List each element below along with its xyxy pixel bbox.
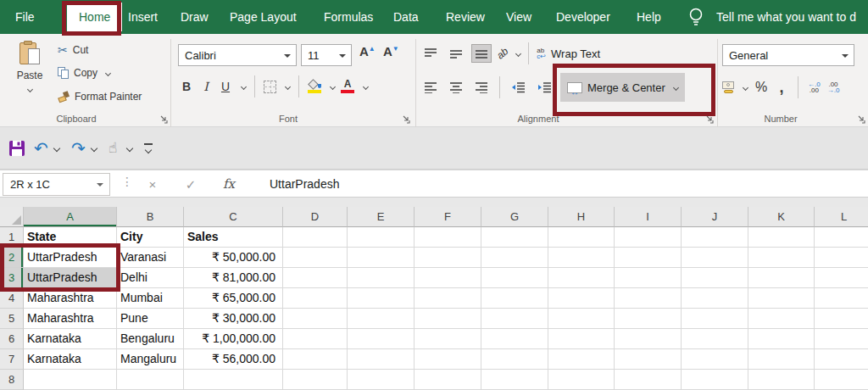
font-size-dropdown[interactable] (339, 54, 346, 58)
cell-I6[interactable] (615, 329, 682, 349)
column-header-F[interactable]: F (415, 207, 481, 227)
customize-qat-button[interactable] (144, 127, 153, 169)
top-align-button[interactable] (420, 44, 441, 63)
font-color-dropdown[interactable] (363, 83, 369, 89)
cell-A7[interactable]: Karnataka (24, 349, 117, 370)
cell-K6[interactable] (748, 329, 815, 349)
borders-icon[interactable] (264, 81, 276, 93)
column-header-A[interactable]: A (24, 207, 117, 227)
cell-C4[interactable]: ₹ 65,000.00 (184, 288, 283, 309)
increase-decimal-button[interactable]: ←.0.00 (808, 81, 821, 93)
column-header-K[interactable]: K (748, 207, 815, 227)
row-header-2[interactable]: 2 (0, 248, 24, 268)
cell-C1[interactable]: Sales (184, 227, 283, 248)
cell-C2[interactable]: ₹ 50,000.00 (184, 248, 283, 268)
paste-button[interactable]: Paste (8, 41, 51, 114)
tell-me-box[interactable]: Tell me what you want to d (716, 0, 856, 34)
name-box[interactable]: 2R x 1C (3, 173, 110, 196)
align-right-button[interactable] (471, 78, 492, 97)
column-header-J[interactable]: J (682, 207, 748, 227)
italic-button[interactable]: I (199, 80, 213, 93)
cell-C6[interactable]: ₹ 1,00,000.00 (184, 329, 283, 349)
cell-I3[interactable] (615, 268, 682, 288)
cell-E8[interactable] (348, 370, 415, 390)
redo-dropdown[interactable] (92, 127, 97, 169)
cell-I2[interactable] (615, 248, 682, 268)
tab-help[interactable]: Help (633, 0, 665, 34)
row-header-7[interactable]: 7 (0, 349, 24, 370)
orientation-button[interactable]: ab (494, 45, 510, 61)
cell-B4[interactable]: Mumbai (117, 288, 184, 309)
cell-G1[interactable] (481, 227, 548, 248)
cell-I1[interactable] (615, 227, 682, 248)
cell-A1[interactable]: State (24, 227, 117, 248)
tab-home[interactable]: Home (67, 3, 122, 31)
cell-B5[interactable]: Pune (117, 309, 184, 329)
font-dialog-launcher-icon[interactable] (402, 115, 410, 124)
cut-button[interactable]: ✂ Cut (58, 41, 88, 59)
underline-dropdown[interactable] (241, 83, 247, 89)
cell-J1[interactable] (682, 227, 748, 248)
cell-L5[interactable] (815, 309, 868, 329)
cell-G2[interactable] (481, 248, 548, 268)
cell-A5[interactable]: Maharashtra (24, 309, 117, 329)
middle-align-button[interactable] (446, 44, 466, 63)
cell-H3[interactable] (548, 268, 615, 288)
cell-A6[interactable]: Karnataka (24, 329, 117, 349)
cell-B7[interactable]: Mangaluru (117, 349, 184, 370)
decrease-decimal-button[interactable]: .00→.0 (827, 81, 840, 93)
cell-K2[interactable] (748, 248, 815, 268)
cell-G4[interactable] (481, 288, 548, 309)
touch-mode-button[interactable]: ☝ (108, 127, 117, 169)
cell-D4[interactable] (283, 288, 348, 309)
cell-B1[interactable]: City (117, 227, 184, 248)
cell-E5[interactable] (348, 309, 415, 329)
borders-dropdown[interactable] (285, 83, 291, 89)
copy-dropdown[interactable] (105, 70, 111, 75)
column-header-E[interactable]: E (348, 207, 415, 227)
tab-formulas[interactable]: Formulas (320, 0, 376, 34)
increase-indent-button[interactable] (534, 78, 555, 97)
cell-J4[interactable] (682, 288, 748, 309)
cell-K7[interactable] (748, 349, 815, 370)
cell-D2[interactable] (283, 248, 348, 268)
cell-F1[interactable] (415, 227, 481, 248)
cell-E4[interactable] (348, 288, 415, 309)
cell-A2[interactable]: UttarPradesh (24, 248, 117, 268)
cell-K4[interactable] (748, 288, 815, 309)
tab-draw[interactable]: Draw (177, 0, 212, 34)
orientation-dropdown[interactable] (515, 50, 521, 56)
cell-E6[interactable] (348, 329, 415, 349)
font-size-combo[interactable]: 11 (301, 44, 352, 66)
copy-button[interactable]: Copy (58, 64, 110, 82)
cell-F7[interactable] (415, 349, 481, 370)
column-header-D[interactable]: D (283, 207, 348, 227)
cell-J2[interactable] (682, 248, 748, 268)
percent-style-button[interactable]: % (754, 80, 768, 95)
cell-J8[interactable] (682, 370, 748, 390)
cell-G6[interactable] (481, 329, 548, 349)
cell-A3[interactable]: UttarPradesh (24, 268, 117, 288)
enter-button[interactable]: ✓ (178, 173, 203, 196)
cell-L3[interactable] (815, 268, 868, 288)
column-header-L[interactable]: L (815, 207, 868, 227)
cell-H4[interactable] (548, 288, 615, 309)
cell-J7[interactable] (682, 349, 748, 370)
cell-D1[interactable] (283, 227, 348, 248)
cell-K8[interactable] (748, 370, 815, 390)
bold-button[interactable]: B (180, 80, 193, 93)
cell-D3[interactable] (283, 268, 348, 288)
merge-center-dropdown[interactable] (673, 84, 679, 90)
cell-E7[interactable] (348, 349, 415, 370)
cell-L2[interactable] (815, 248, 868, 268)
tab-insert[interactable]: Insert (125, 0, 161, 34)
accounting-format-dropdown[interactable] (743, 84, 748, 90)
fill-color-dropdown[interactable] (330, 83, 336, 89)
cell-A4[interactable]: Maharashtra (24, 288, 117, 309)
format-painter-button[interactable]: Format Painter (58, 87, 142, 106)
row-header-6[interactable]: 6 (0, 329, 24, 349)
column-header-G[interactable]: G (481, 207, 548, 227)
touch-mode-dropdown[interactable] (127, 127, 132, 169)
cell-J3[interactable] (682, 268, 748, 288)
font-name-dropdown[interactable] (284, 54, 291, 58)
